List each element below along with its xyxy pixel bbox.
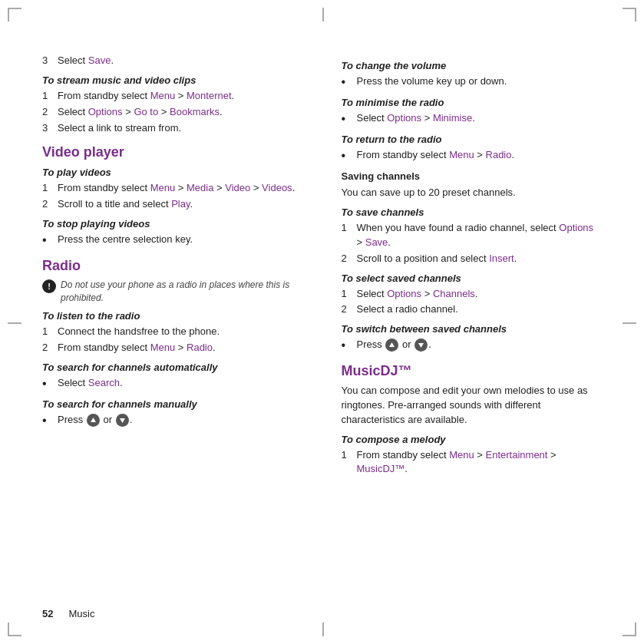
save-step-1: 1 When you have found a radio channel, s… [342, 221, 603, 250]
stop-bullet-text: Press the centre selection key. [58, 233, 193, 247]
switch-key-down-icon [414, 339, 428, 352]
search-auto-text: Select Search. [58, 376, 123, 391]
side-mark-left [8, 322, 21, 324]
warning-row: ! Do not use your phone as a radio in pl… [42, 279, 303, 305]
compose-step-1-text: From standby select Menu > Entertainment… [357, 448, 603, 477]
side-mark-right [623, 322, 636, 324]
link-video: Video [225, 182, 250, 193]
switch-key-up-icon [385, 339, 398, 352]
save-step-num-1: 1 [342, 221, 354, 236]
save-step-2: 2 Scroll to a position and select Insert… [342, 252, 603, 266]
stream-step-3: 3 Select a link to stream from. [42, 121, 303, 136]
return-heading: To return to the radio [342, 134, 603, 145]
corner-mark-bl [8, 623, 21, 636]
svg-marker-1 [120, 418, 125, 423]
compose-heading: To compose a melody [342, 434, 603, 445]
save-channels-heading: To save channels [342, 206, 603, 218]
stream-step-3-text: Select a link to stream from. [58, 121, 181, 136]
warning-text: Do not use your phone as a radio in plac… [61, 279, 303, 305]
link-options-1: Options [88, 106, 123, 117]
search-manual-text: Press or . [58, 413, 132, 428]
save-step-num-2: 2 [342, 252, 354, 266]
listen-step-1: 1 Connect the handsfree to the phone. [42, 325, 303, 339]
play-step-2: 2 Scroll to a title and select Play. [42, 197, 303, 212]
select-saved-step-num-1: 1 [342, 287, 354, 302]
warning-icon: ! [42, 279, 56, 293]
listen-step-num-1: 1 [42, 325, 54, 339]
return-text: From standby select Menu > Radio. [357, 148, 515, 163]
corner-mark-br [623, 623, 636, 636]
video-player-heading: Video player [42, 144, 303, 160]
section-label: Music [68, 608, 94, 619]
left-column: 3 Select Save. To stream music and video… [42, 54, 311, 606]
select-saved-step-1: 1 Select Options > Channels. [342, 287, 603, 302]
stop-bullet-icon: • [42, 233, 54, 249]
link-goto: Go to [134, 106, 158, 117]
listen-step-num-2: 2 [42, 341, 54, 355]
minimise-text: Select Options > Minimise. [357, 111, 475, 126]
link-media: Media [187, 182, 213, 193]
listen-step-2: 2 From standby select Menu > Radio. [42, 341, 303, 355]
link-menu-5: Menu [449, 449, 474, 461]
play-videos-heading: To play videos [42, 167, 303, 178]
search-manual-heading: To search for channels manually [42, 398, 303, 410]
stream-step-2: 2 Select Options > Go to > Bookmarks. [42, 105, 303, 120]
change-volume-bullet: • Press the volume key up or down. [342, 74, 603, 91]
link-menu-3: Menu [150, 342, 176, 353]
step-3-text: Select Save. [58, 54, 114, 68]
play-step-num-2: 2 [42, 197, 54, 212]
page-number: 52 [42, 608, 53, 619]
search-auto-heading: To search for channels automatically [42, 362, 303, 373]
listen-step-2-text: From standby select Menu > Radio. [58, 341, 216, 355]
link-save-2: Save [365, 236, 388, 248]
save-step-1-text: When you have found a radio channel, sel… [357, 221, 603, 250]
right-column: To change the volume • Press the volume … [334, 54, 603, 606]
switch-bullet: • Press or . [342, 338, 603, 354]
page: 3 Select Save. To stream music and video… [0, 0, 644, 644]
change-volume-text: Press the volume key up or down. [357, 74, 507, 89]
search-manual-bullet-icon: • [42, 413, 54, 429]
stream-step-1-text: From standby select Menu > Monternet. [58, 89, 234, 104]
footer: 52 Music [42, 608, 94, 619]
svg-marker-2 [389, 342, 395, 347]
search-auto-bullet: • Select Search. [42, 376, 303, 392]
svg-marker-3 [418, 343, 424, 348]
return-bullet-icon: • [342, 148, 354, 164]
stream-step-num-1: 1 [42, 89, 54, 104]
radio-heading: Radio [42, 258, 303, 274]
stream-step-num-2: 2 [42, 105, 54, 120]
change-volume-bullet-icon: • [342, 74, 354, 91]
link-search: Search [88, 377, 120, 388]
listen-heading: To listen to the radio [42, 310, 303, 322]
switch-text: Press or . [357, 338, 431, 352]
stream-step-1: 1 From standby select Menu > Monternet. [42, 89, 303, 104]
link-menu-4: Menu [449, 149, 474, 160]
link-bookmarks: Bookmarks [170, 106, 220, 117]
saving-channels-text: You can save up to 20 preset channels. [342, 186, 603, 200]
link-menu-2: Menu [150, 182, 176, 193]
key-down-icon [116, 414, 129, 427]
play-step-1: 1 From standby select Menu > Media > Vid… [42, 181, 303, 196]
content-area: 3 Select Save. To stream music and video… [0, 38, 644, 621]
link-save: Save [88, 54, 111, 66]
stream-heading: To stream music and video clips [42, 74, 303, 86]
stream-step-num-3: 3 [42, 121, 54, 136]
compose-step-1: 1 From standby select Menu > Entertainme… [342, 448, 603, 477]
search-auto-bullet-icon: • [42, 376, 54, 392]
link-options-4: Options [387, 288, 421, 299]
play-step-1-text: From standby select Menu > Media > Video… [58, 181, 295, 196]
link-radio-1: Radio [187, 342, 213, 353]
stop-bullet-row: • Press the centre selection key. [42, 233, 303, 249]
play-step-2-text: Scroll to a title and select Play. [58, 197, 193, 212]
minimise-heading: To minimise the radio [342, 97, 603, 108]
select-saved-step-2: 2 Select a radio channel. [342, 302, 603, 317]
listen-step-1-text: Connect the handsfree to the phone. [58, 325, 220, 339]
link-minimise: Minimise [433, 112, 472, 124]
side-mark-bottom [322, 623, 324, 636]
link-monternet: Monternet [187, 90, 232, 101]
compose-step-num-1: 1 [342, 448, 354, 463]
link-menu-1: Menu [150, 90, 176, 101]
select-saved-step-1-text: Select Options > Channels. [357, 287, 478, 302]
select-saved-step-num-2: 2 [342, 302, 354, 317]
link-play: Play [171, 198, 190, 210]
